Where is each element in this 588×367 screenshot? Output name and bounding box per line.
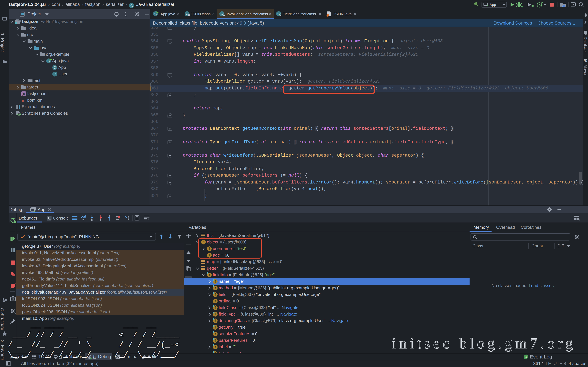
svg-text:C: C xyxy=(154,12,157,16)
svg-text:f: f xyxy=(215,319,216,323)
svg-text:C: C xyxy=(277,12,280,16)
svg-text:C: C xyxy=(54,72,56,76)
svg-text:C: C xyxy=(47,59,50,63)
svg-text:1: 1 xyxy=(525,355,527,359)
svg-text:J: J xyxy=(327,14,329,17)
svg-text:C: C xyxy=(186,12,188,16)
svg-text:f: f xyxy=(215,306,216,309)
svg-text:f: f xyxy=(215,293,216,296)
svg-text:jb: jb xyxy=(22,92,25,96)
svg-text:f: f xyxy=(215,280,216,283)
svg-text:f: f xyxy=(215,345,216,349)
svg-text:m: m xyxy=(22,98,26,103)
svg-text:C: C xyxy=(221,12,223,16)
svg-text:f: f xyxy=(215,312,216,316)
svg-text:f: f xyxy=(215,339,216,342)
svg-text:f: f xyxy=(209,273,210,277)
svg-text:f: f xyxy=(215,332,216,336)
svg-text:f: f xyxy=(215,299,216,303)
svg-text:App: App xyxy=(490,3,496,7)
svg-text:C: C xyxy=(54,66,56,69)
svg-text:f: f xyxy=(215,325,216,329)
svg-text:f: f xyxy=(215,286,216,290)
